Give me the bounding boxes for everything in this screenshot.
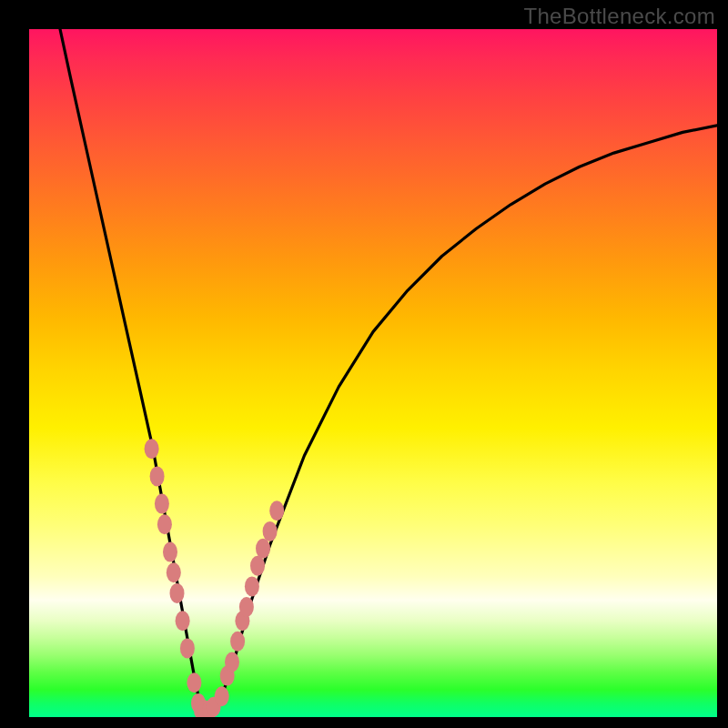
curve-marker [170,583,185,603]
curve-marker [176,611,190,631]
curve-marker [180,638,195,658]
plot-area [29,29,717,717]
curve-marker [155,494,169,514]
curve-marker [250,556,265,576]
curve-marker [215,686,229,706]
curve-marker [239,597,254,617]
curve-marker [150,466,165,486]
curve-marker [167,562,181,582]
chart-frame: TheBottleneck.com [0,0,728,728]
bottleneck-curve [60,29,717,710]
curve-marker [187,672,201,693]
curve-marker [245,576,259,596]
curve-marker [230,632,245,652]
curve-marker [145,439,159,459]
attribution-text: TheBottleneck.com [523,4,715,29]
curve-group [60,29,717,710]
curve-marker [256,539,270,559]
marker-group [145,439,285,717]
curve-marker [225,652,239,672]
bottleneck-curve-svg [29,29,717,717]
curve-marker [269,500,284,521]
curve-marker [263,521,278,541]
curve-marker [157,514,172,534]
curve-marker [163,542,177,562]
